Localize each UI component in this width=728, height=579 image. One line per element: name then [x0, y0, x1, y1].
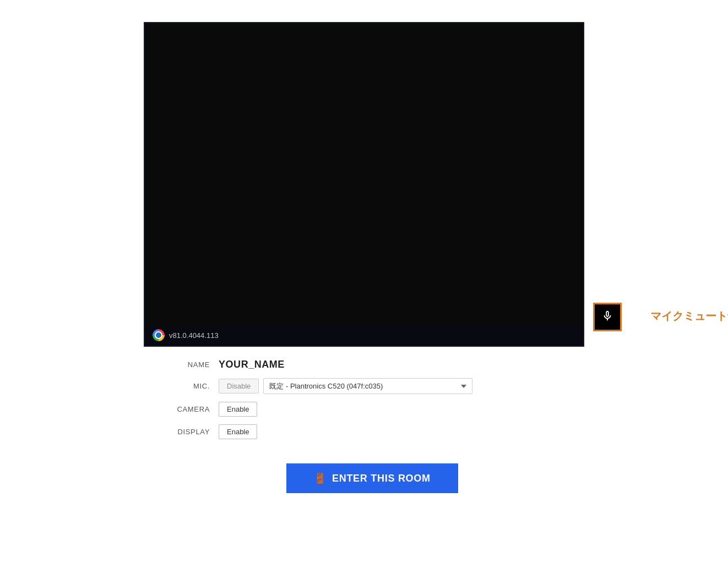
- annotation-label: マイクミュート切り替え: [650, 309, 728, 324]
- version-text: v81.0.4044.113: [169, 331, 219, 340]
- chrome-icon: [153, 329, 165, 341]
- enter-room-button[interactable]: 🚪 ENTER THIS ROOM: [286, 463, 458, 493]
- camera-enable-button[interactable]: Enable: [219, 402, 257, 417]
- video-preview: v81.0.4044.113: [144, 22, 584, 347]
- mic-select[interactable]: 既定 - Plantronics C520 (047f:c035): [263, 378, 472, 394]
- display-label: DISPLAY: [160, 428, 210, 436]
- display-row: DISPLAY Enable: [160, 424, 584, 439]
- camera-row: CAMERA Enable: [160, 402, 584, 417]
- camera-label: CAMERA: [160, 405, 210, 413]
- enter-button-label: ENTER THIS ROOM: [332, 473, 431, 484]
- enter-button-container: 🚪 ENTER THIS ROOM: [144, 463, 584, 493]
- name-value: YOUR_NAME: [219, 359, 285, 370]
- video-bottom-bar: v81.0.4044.113: [145, 325, 583, 346]
- door-icon: 🚪: [314, 472, 327, 484]
- mic-row: MIC. Disable 既定 - Plantronics C520 (047f…: [160, 378, 584, 394]
- mic-disable-button[interactable]: Disable: [219, 379, 259, 394]
- name-label: NAME: [160, 360, 210, 369]
- display-enable-button[interactable]: Enable: [219, 424, 257, 439]
- mic-mute-button[interactable]: [593, 303, 622, 331]
- name-row: NAME YOUR_NAME: [160, 359, 584, 370]
- mic-label: MIC.: [160, 382, 210, 390]
- mic-icon: [601, 310, 613, 324]
- main-container: v81.0.4044.113 マイクミュート切り替え NAME YOUR_NAM…: [144, 22, 584, 493]
- controls-section: NAME YOUR_NAME MIC. Disable 既定 - Plantro…: [144, 359, 584, 447]
- video-wrapper: v81.0.4044.113 マイクミュート切り替え: [144, 22, 584, 347]
